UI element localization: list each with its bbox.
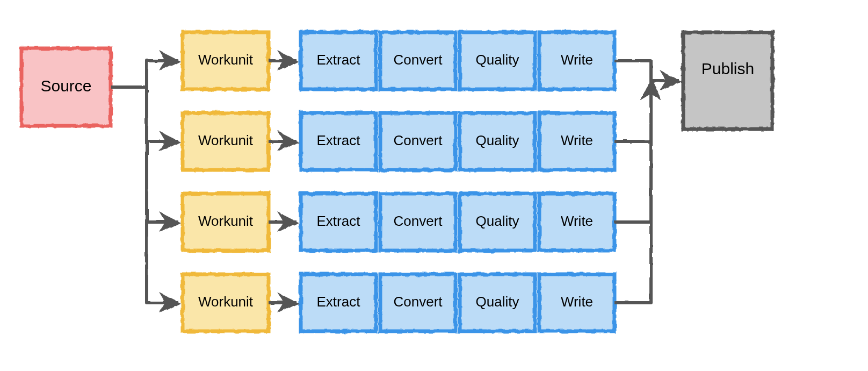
arrow-source-row1: [147, 87, 178, 141]
stage-label-write: Write: [561, 294, 593, 310]
arrow-row0-publish: [614, 61, 679, 81]
workunit-label: Workunit: [198, 213, 254, 229]
arrow-source-row0: [111, 61, 178, 87]
stage-label-extract: Extract: [317, 213, 361, 229]
stage-label-extract: Extract: [317, 294, 361, 310]
stage-label-quality: Quality: [476, 132, 519, 148]
arrow-source-row2: [147, 87, 178, 222]
workunit-label: Workunit: [198, 132, 254, 148]
arrow-source-row3: [147, 87, 178, 303]
stage-label-extract: Extract: [317, 52, 361, 68]
stage-label-write: Write: [561, 132, 593, 148]
pipeline-diagram: SourcePublishWorkunitExtractConvertQuali…: [0, 0, 868, 371]
workunit-label: Workunit: [198, 52, 254, 68]
publish-box: [683, 32, 772, 129]
stage-label-quality: Quality: [476, 52, 519, 68]
stage-label-convert: Convert: [393, 213, 443, 229]
stage-label-extract: Extract: [317, 132, 361, 148]
stage-label-convert: Convert: [393, 132, 443, 148]
arrow-row1-publish: [614, 81, 651, 141]
publish-label: Publish: [701, 60, 754, 77]
arrow-row2-publish: [614, 81, 651, 222]
stage-label-convert: Convert: [393, 294, 443, 310]
stage-label-convert: Convert: [393, 52, 443, 68]
workunit-label: Workunit: [198, 294, 254, 310]
arrow-row3-publish: [614, 81, 651, 303]
stage-label-write: Write: [561, 213, 593, 229]
source-label: Source: [40, 77, 91, 95]
stage-label-quality: Quality: [476, 213, 519, 229]
stage-label-write: Write: [561, 52, 593, 68]
stage-label-quality: Quality: [476, 294, 519, 310]
